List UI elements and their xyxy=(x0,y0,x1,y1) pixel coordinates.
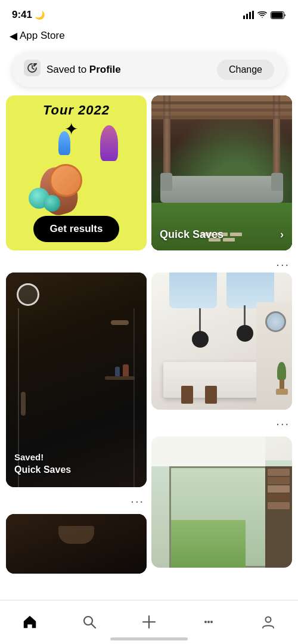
svg-point-11 xyxy=(204,621,207,623)
back-arrow[interactable]: ◀ xyxy=(10,30,17,42)
nav-title: App Store xyxy=(20,30,65,42)
nav-bar: ◀ App Store xyxy=(0,26,298,48)
shower-card[interactable]: Saved! Quick Saves xyxy=(6,273,147,487)
bathroom-bg xyxy=(6,514,147,574)
bottle xyxy=(123,364,129,376)
plant xyxy=(274,362,289,392)
svg-rect-2 xyxy=(249,12,251,19)
plus-icon xyxy=(141,614,157,634)
battery-icon xyxy=(271,11,286,19)
bottle2 xyxy=(115,367,120,376)
svg-rect-3 xyxy=(252,11,254,19)
faucet xyxy=(21,392,26,416)
toast-message: Saved to Profile xyxy=(46,64,211,76)
outdoor-image xyxy=(151,95,292,250)
svg-rect-5 xyxy=(272,12,283,18)
search-icon xyxy=(82,614,97,634)
change-button[interactable]: Change xyxy=(217,60,274,80)
svg-line-8 xyxy=(92,624,96,628)
shower-circle xyxy=(17,283,39,306)
more-options-shower[interactable]: ··· xyxy=(6,492,147,509)
svg-rect-1 xyxy=(246,14,248,19)
more-options-top[interactable]: ··· xyxy=(6,255,292,273)
top-row: Tour 2022 ✦ Get results xyxy=(6,95,292,250)
history-icon xyxy=(24,60,41,80)
content-area: Tour 2022 ✦ Get results xyxy=(0,92,298,627)
skylight-left xyxy=(169,273,217,308)
outdoor-card[interactable]: Quick Saves › xyxy=(151,95,292,250)
left-column: Saved! Quick Saves ··· xyxy=(6,273,147,574)
svg-point-12 xyxy=(207,621,210,623)
shower-head xyxy=(111,320,129,325)
stool1 xyxy=(181,386,193,404)
toast: Saved to Profile Change xyxy=(12,52,286,87)
status-time: 9:41 xyxy=(12,9,32,21)
messages-icon xyxy=(201,614,216,634)
garden-view xyxy=(171,520,246,568)
tab-search[interactable] xyxy=(60,614,119,634)
get-results-button[interactable]: Get results xyxy=(33,216,120,242)
wifi-icon xyxy=(257,11,267,18)
signal-icon xyxy=(243,11,254,19)
shower-label: Saved! Quick Saves xyxy=(14,451,71,476)
faucet-shape xyxy=(58,526,94,544)
kitchen-card[interactable] xyxy=(151,273,292,410)
home-icon xyxy=(22,614,38,634)
ceiling xyxy=(151,436,265,466)
chevron-icon: › xyxy=(280,228,284,241)
shelf xyxy=(105,376,135,380)
right-column: ··· 🗂 xyxy=(151,273,292,574)
grass xyxy=(151,203,292,250)
svg-point-13 xyxy=(210,621,213,623)
status-bar: 9:41 🌙 xyxy=(0,0,298,26)
bottom-grid: Saved! Quick Saves ··· xyxy=(6,273,292,574)
toast-container: Saved to Profile Change xyxy=(0,48,298,92)
tab-messages[interactable] xyxy=(179,614,238,634)
tab-profile[interactable] xyxy=(238,614,298,634)
living-card[interactable]: 🗂 4 xyxy=(151,436,292,568)
card-heading: Tour 2022 xyxy=(6,103,147,118)
card-art: ✦ xyxy=(6,119,147,215)
bathroom-preview-card[interactable] xyxy=(6,514,147,574)
tab-home[interactable] xyxy=(0,614,60,634)
svg-point-14 xyxy=(266,617,271,623)
svg-rect-0 xyxy=(243,16,245,19)
quick-saves-label: Quick Saves › xyxy=(160,228,284,241)
more-options-kitchen[interactable]: ··· xyxy=(151,414,292,432)
profile-icon xyxy=(260,614,276,634)
home-indicator xyxy=(110,637,188,640)
tab-create[interactable] xyxy=(119,614,179,634)
quiz-card[interactable]: Tour 2022 ✦ Get results xyxy=(6,95,147,250)
status-icons xyxy=(243,11,286,19)
stool2 xyxy=(205,386,217,404)
moon-icon: 🌙 xyxy=(35,10,45,20)
mirror xyxy=(265,311,286,332)
bookcase xyxy=(265,466,292,568)
